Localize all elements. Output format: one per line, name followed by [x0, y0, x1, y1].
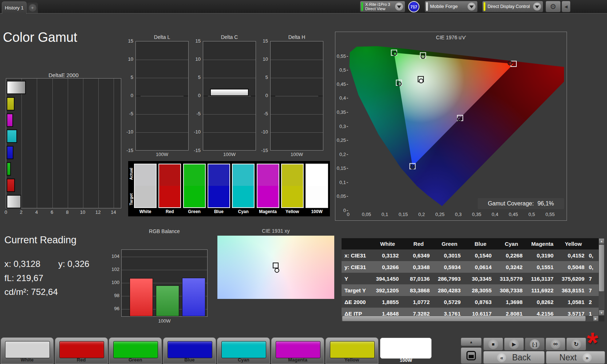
swatch-target [233, 186, 254, 207]
table-cell: 116,3137 [527, 276, 558, 282]
swatch-actual [233, 164, 254, 186]
cie1976-x-tick: 0,5 [524, 212, 539, 217]
cie1976-x-tick: 0,15 [396, 212, 410, 217]
cie1976-y-tick: 0,4 [335, 95, 346, 101]
delta-y-tick: 15 [189, 38, 201, 44]
settings-button[interactable]: ⚙ [545, 1, 561, 12]
chevron-double-right-icon: » [583, 353, 592, 362]
delta-y-tick: 5 [122, 75, 133, 80]
color-patch [276, 341, 320, 358]
back-button[interactable]: «Back [483, 351, 545, 364]
delta-bar [210, 89, 249, 96]
delta-y-tick: -10 [189, 129, 201, 135]
pattern-up-button[interactable]: ▲ [461, 337, 482, 346]
cie1976-x-tick: 0,55 [543, 212, 557, 217]
delta-gridline [136, 114, 188, 115]
patch-button-cyan[interactable]: Cyan [217, 337, 270, 364]
tab-history-1[interactable]: History 1 [2, 1, 27, 14]
table-cell: 0,5048 [558, 264, 589, 270]
patch-button-yellow[interactable]: Yellow [326, 337, 378, 364]
table-hscrollbar-thumb[interactable] [342, 316, 586, 321]
meter-status-stripe [361, 2, 363, 11]
delta-chart-delta-l [135, 41, 189, 151]
tick-mark [347, 140, 348, 141]
display-control-dropdown[interactable]: Direct Display Control [482, 1, 543, 12]
cie1976-x-tick: 0,35 [469, 212, 484, 217]
swatch-target [208, 186, 229, 207]
patch-button-100w[interactable]: 100W [379, 337, 432, 364]
swatch-label: Blue [207, 209, 231, 214]
table-cell: 0,2268 [496, 252, 527, 259]
stop-button[interactable]: ■ [483, 337, 503, 351]
chevron-double-left-icon: « [497, 353, 506, 362]
add-tab-button[interactable]: + [27, 3, 38, 13]
delta-gridline [271, 132, 323, 133]
cie1976-x-tick: 0,45 [506, 212, 521, 217]
table-row-label: y: CIE31 [342, 264, 372, 270]
table-cell: 2,8081 [496, 311, 527, 316]
patch-button-green[interactable]: Green [109, 337, 162, 364]
page-title: Color Gamut [3, 30, 77, 45]
table-cell-clipped: 2 [589, 299, 599, 305]
tick-mark [347, 70, 348, 71]
deltae2000-chart [6, 78, 121, 208]
cie1976-y-tick: 0,5 [335, 67, 346, 73]
refresh-button[interactable]: ↻ [566, 337, 586, 351]
table-cell: 28,3055 [465, 287, 496, 293]
patch-button-blue[interactable]: Blue [163, 337, 216, 364]
next-label: Next [559, 353, 576, 363]
collapse-panel-button[interactable]: ◀ [561, 1, 571, 12]
scroll-up-button[interactable]: ▲ [599, 238, 604, 244]
table-row: Target Y392,120583,3868280,428328,305530… [342, 284, 599, 296]
tick-mark [347, 98, 348, 99]
stop-icon: ■ [488, 339, 498, 349]
table-cell: 0,8262 [527, 299, 558, 305]
next-button[interactable]: Next» [546, 351, 605, 364]
table-cell: 308,7338 [496, 287, 527, 293]
pattern-window-button[interactable] [461, 347, 482, 364]
delta-gridline [271, 114, 323, 115]
patch-label: Magenta [272, 357, 324, 363]
delta-gridline [136, 60, 188, 60]
delta-y-tick: -5 [256, 111, 268, 116]
cie1976-y-tick: 0,3 [335, 124, 346, 129]
color-patch [380, 338, 431, 359]
gamut-coverage-label: Gamut Coverage: [488, 200, 534, 207]
delta-gridline [203, 60, 256, 60]
patch-button-red[interactable]: Red [55, 337, 108, 364]
cie1976-x-tick: 0,1 [378, 212, 392, 217]
delta-y-tick: -15 [122, 148, 133, 153]
play-icon: ▶ [509, 339, 519, 349]
tick-mark [347, 112, 348, 113]
table-cell: 0,8763 [465, 299, 496, 305]
tick-mark [347, 84, 348, 85]
deltae-bar-100w [7, 81, 26, 94]
deltae-bar-green [7, 162, 11, 176]
cie1931-measured-marker [275, 268, 279, 273]
table-cell-clipped: 7 [589, 287, 599, 293]
meter-count-badge: 717 [408, 1, 419, 12]
delta-gridline [136, 132, 188, 133]
scroll-right-button[interactable]: ▶ [593, 316, 599, 321]
swatch-label: Red [158, 209, 182, 214]
scroll-down-button[interactable]: ▼ [599, 310, 604, 316]
continuous-measure-button[interactable]: ∞ [545, 337, 565, 351]
swatch-actual [282, 164, 303, 186]
deltae-bar-blue [7, 146, 13, 159]
patch-button-magenta[interactable]: Magenta [271, 337, 324, 364]
patch-button-white[interactable]: White [1, 337, 54, 364]
source-dropdown[interactable]: Mobile Forge [425, 1, 478, 12]
table-cell: 3,1761 [434, 311, 465, 316]
single-measure-button[interactable]: [·] [525, 337, 545, 351]
swatch-100w [306, 164, 328, 208]
delta-y-tick: 0 [122, 93, 133, 98]
table-cell: 0,0614 [465, 264, 496, 270]
deltae-x-tick: 2 [20, 209, 23, 215]
delta-chart-title: Delta L [135, 34, 189, 40]
table-vscrollbar-thumb[interactable] [599, 245, 604, 291]
rgb-balance-title: RGB Balance [121, 228, 208, 234]
meter-dropdown[interactable]: X-Rite i1Pro 3Direct View [360, 1, 405, 12]
delta-gridline [271, 60, 323, 60]
play-button[interactable]: ▶ [504, 337, 524, 351]
deltae-x-tick: 6 [51, 209, 53, 215]
